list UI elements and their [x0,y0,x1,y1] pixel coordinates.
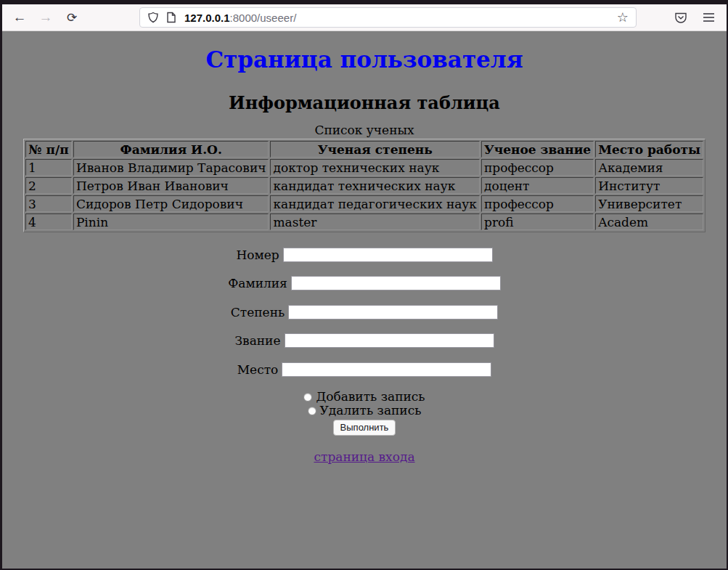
back-icon[interactable]: ← [12,10,27,25]
rank-input[interactable] [285,333,494,348]
scientists-table: № п/пФамилия И.О.Ученая степеньУченое зв… [23,139,705,232]
page-title: Страница пользователя [2,46,727,73]
place-input[interactable] [282,362,491,377]
nav-buttons: ← → ⟳ [2,10,89,25]
table-cell: Институт [595,177,703,194]
table-cell: доцент [481,177,594,194]
surname-label: Фамилия [228,276,287,290]
forward-icon[interactable]: → [38,10,53,25]
window-frame: ← → ⟳ 127.0.0.1:8000/useeer/ ☆ [0,0,728,570]
column-header: Ученая степень [270,141,480,158]
table-cell: профессор [481,195,594,212]
table-cell: Сидоров Петр Сидорович [73,195,269,212]
shield-icon[interactable] [147,12,159,23]
toolbar-right-icons [674,12,727,24]
table-cell: 3 [25,195,72,212]
column-header: Фамилия И.О. [73,141,269,158]
table-cell: доктор технических наук [270,159,480,176]
form-fields: НомерФамилияСтепеньЗваниеМесто [2,246,727,377]
table-cell: Университет [595,195,703,212]
table-cell: Pinin [73,213,269,230]
table-cell: кандидат педагогических наук [270,195,480,212]
table-row: 4PininmasterprofiAcadem [25,213,703,230]
column-header: № п/п [25,141,72,158]
browser-window: ← → ⟳ 127.0.0.1:8000/useeer/ ☆ [2,4,727,569]
table-cell: profi [481,213,594,230]
place-label: Место [237,362,279,377]
menu-icon[interactable] [703,12,715,23]
table-header-row: № п/пФамилия И.О.Ученая степеньУченое зв… [25,141,703,158]
delete-record-radio-option[interactable]: Удалить запись [2,404,727,418]
column-header: Ученое звание [481,141,594,158]
table-body: 1Иванов Владимир Тарасовичдоктор техниче… [25,159,703,230]
surname-field-row: Фамилия [2,275,727,291]
table-caption: Список ученых [2,123,727,137]
pocket-icon[interactable] [674,12,687,24]
table-cell: кандидат технических наук [270,177,480,194]
degree-label: Степень [231,305,285,319]
add-record-radio-button[interactable] [303,393,312,402]
table-row: 3Сидоров Петр Сидоровичкандидат педагоги… [25,195,703,212]
delete-record-radio-label: Удалить запись [320,403,422,418]
surname-input[interactable] [291,276,501,290]
degree-input[interactable] [288,305,498,319]
table-cell: профессор [481,159,594,176]
table-cell: 2 [25,177,72,194]
table-cell: master [270,213,480,230]
page-subtitle: Информационная таблица [2,92,727,113]
bookmark-star-icon[interactable]: ☆ [617,9,629,25]
delete-record-radio-button[interactable] [308,407,316,415]
execute-button[interactable]: Выполнить [333,420,396,436]
table-cell: Петров Иван Иванович [73,177,269,194]
url-path: :8000/useeer/ [230,12,297,24]
browser-toolbar: ← → ⟳ 127.0.0.1:8000/useeer/ ☆ [2,4,727,31]
rank-field-row: Звание [2,333,727,349]
number-field-row: Номер [2,246,727,262]
login-page-link[interactable]: страница входа [314,449,414,464]
page-viewport: Страница пользователя Информационная таб… [2,31,727,569]
link-row: страница входа [2,449,727,464]
add-record-radio-option[interactable]: Добавить запись [2,390,727,404]
url-domain: 127.0.0.1 [184,12,230,24]
record-form: НомерФамилияСтепеньЗваниеМесто Добавить … [2,246,727,464]
place-field-row: Место [2,361,727,377]
number-label: Номер [236,248,279,262]
table-cell: Академия [595,159,703,176]
table-cell: 4 [25,213,72,230]
submit-row: Выполнить [2,420,727,436]
table-row: 2Петров Иван Ивановичкандидат технически… [25,177,703,194]
add-record-radio-label: Добавить запись [316,389,425,404]
table-cell: Иванов Владимир Тарасович [73,159,269,176]
url-bar[interactable]: 127.0.0.1:8000/useeer/ ☆ [139,7,637,28]
reload-icon[interactable]: ⟳ [65,10,79,25]
table-row: 1Иванов Владимир Тарасовичдоктор техниче… [25,159,703,176]
degree-field-row: Степень [2,304,727,319]
url-text[interactable]: 127.0.0.1:8000/useeer/ [184,12,296,24]
column-header: Место работы [595,141,703,158]
page-info-icon[interactable] [166,12,176,23]
table-cell: Academ [595,213,703,230]
rank-label: Звание [234,333,280,348]
number-input[interactable] [283,248,493,262]
form-radios: Добавить записьУдалить запись [2,390,727,418]
table-cell: 1 [25,159,72,176]
